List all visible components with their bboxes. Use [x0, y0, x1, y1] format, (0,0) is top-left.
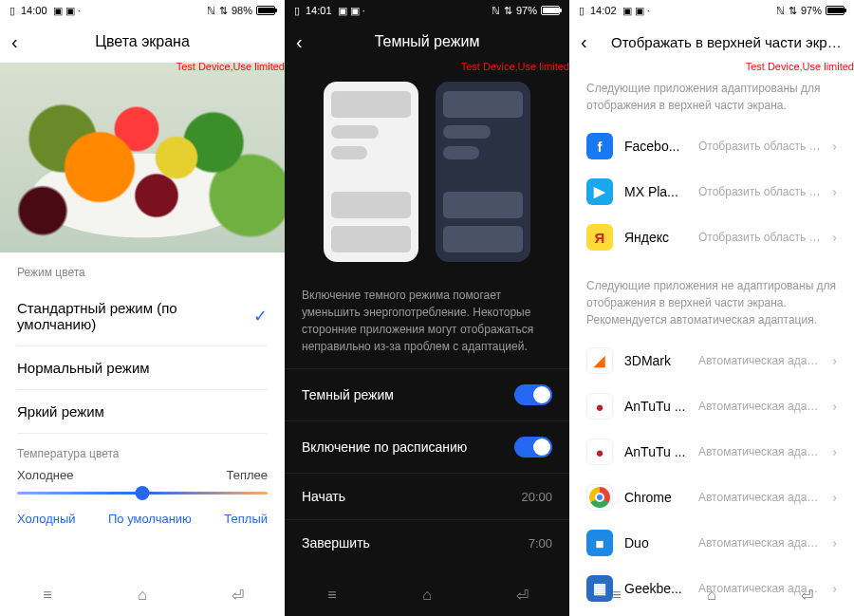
battery-icon: [541, 6, 560, 15]
preset-cold[interactable]: Холодный: [17, 512, 76, 526]
watermark: Test Device,Use limited: [176, 61, 285, 72]
header: ‹ Отображать в верхней части экра...: [569, 21, 854, 63]
slider-thumb[interactable]: [136, 486, 150, 500]
nav-bar: ≡ ⌂ ⏎: [569, 574, 854, 616]
toggle-schedule[interactable]: [514, 437, 552, 457]
preview-dark: [436, 82, 530, 262]
app-name: MX Pla...: [624, 184, 687, 199]
app-icon: ◢: [586, 347, 613, 374]
status-time: 14:01: [306, 5, 332, 16]
app-row[interactable]: ■DuoАвтоматическая адаптация›: [569, 520, 854, 566]
mode-normal[interactable]: Нормальный режим: [0, 346, 285, 389]
section-color-temp: Температура цвета: [0, 434, 285, 468]
toggle-dark-mode[interactable]: [514, 384, 552, 405]
panel-dark-mode: ▯ 14:01 ▣ ▣ · ℕ ⇅ 97% ‹ Темный режим Tes…: [285, 0, 569, 616]
app-row[interactable]: ChromeАвтоматическая адаптация›: [569, 475, 854, 520]
app-name: Duo: [624, 535, 687, 551]
panel-notch-display: ▯ 14:02 ▣ ▣ · ℕ ⇅ 97% ‹ Отображать в вер…: [569, 0, 854, 616]
app-setting-value: Отобразить область выступа: [698, 140, 821, 153]
chevron-right-icon: ›: [832, 399, 837, 414]
app-setting-value: Автоматическая адаптация: [698, 536, 821, 550]
nav-bar: ≡ ⌂ ⏎: [0, 574, 285, 616]
sim-icon: ▯: [9, 5, 15, 17]
preset-default[interactable]: По умолчанию: [108, 512, 192, 526]
wifi-icon: ⇅: [504, 5, 512, 17]
app-setting-value: Автоматическая адаптация: [698, 354, 821, 367]
app-name: Facebo...: [624, 139, 687, 154]
nav-home-icon[interactable]: ⌂: [132, 587, 153, 604]
battery-icon: [826, 6, 845, 15]
back-button[interactable]: ‹: [296, 31, 319, 53]
dark-mode-description: Включение темного режима помогает уменьш…: [285, 287, 569, 368]
watermark: Test Device,Use limited: [746, 61, 854, 72]
nav-bar: ≡ ⌂ ⏎: [285, 574, 569, 616]
nav-menu-icon[interactable]: ≡: [37, 587, 58, 604]
app-icon: Я: [586, 224, 613, 251]
color-preview-image: [0, 63, 285, 252]
row-dark-mode[interactable]: Темный режим: [285, 368, 569, 420]
chevron-right-icon: ›: [832, 184, 837, 199]
wifi-icon: ⇅: [219, 5, 228, 17]
app-icon: ■: [586, 530, 613, 556]
preset-warm[interactable]: Теплый: [224, 512, 268, 526]
status-time: 14:00: [21, 5, 47, 16]
nav-back-icon[interactable]: ⏎: [796, 587, 817, 604]
row-end-time[interactable]: Завершить 7:00: [285, 519, 569, 566]
nav-back-icon[interactable]: ⏎: [227, 587, 248, 604]
back-button[interactable]: ‹: [581, 31, 603, 53]
chevron-right-icon: ›: [832, 444, 837, 459]
dark-mode-preview: [285, 63, 569, 287]
app-icon: [586, 484, 613, 511]
app-row[interactable]: ЯЯндексОтобразить область выступа›: [569, 215, 854, 260]
temp-labels: Холоднее Теплее: [0, 468, 285, 482]
mode-bright[interactable]: Яркий режим: [0, 390, 285, 433]
app-name: AnTuTu ...: [624, 399, 687, 414]
battery-pct: 97%: [801, 5, 822, 16]
chevron-right-icon: ›: [832, 353, 837, 368]
chevron-right-icon: ›: [832, 139, 837, 154]
app-name: Яндекс: [624, 230, 687, 245]
chevron-right-icon: ›: [832, 490, 837, 505]
status-icons-left: ▣ ▣ ·: [53, 5, 81, 17]
app-setting-value: Отобразить область выступа: [698, 185, 821, 198]
app-icon: f: [586, 133, 613, 159]
app-row[interactable]: ◢3DMarkАвтоматическая адаптация›: [569, 338, 854, 383]
chevron-right-icon: ›: [832, 535, 837, 551]
app-row[interactable]: ▶MX Pla...Отобразить область выступа›: [569, 169, 854, 215]
back-button[interactable]: ‹: [11, 31, 34, 53]
row-start-time[interactable]: Начать 20:00: [285, 473, 569, 519]
app-icon: ●: [586, 439, 613, 465]
watermark: Test Device,Use limited: [461, 61, 569, 72]
app-row[interactable]: ●AnTuTu ...Автоматическая адаптация›: [569, 383, 854, 429]
app-name: AnTuTu ...: [624, 444, 687, 459]
status-time: 14:02: [590, 5, 617, 16]
app-setting-value: Автоматическая адаптация: [698, 491, 821, 504]
status-bar: ▯ 14:00 ▣ ▣ · ℕ ⇅ 98%: [0, 0, 285, 21]
app-setting-value: Автоматическая адаптация: [698, 445, 821, 458]
battery-pct: 97%: [516, 5, 537, 16]
nfc-icon: ℕ: [207, 5, 215, 17]
unadapted-apps-description: Следующие приложения не адаптированы для…: [569, 260, 854, 338]
header: ‹ Темный режим: [285, 21, 569, 63]
chevron-right-icon: ›: [832, 230, 837, 245]
nfc-icon: ℕ: [492, 5, 500, 17]
battery-pct: 98%: [232, 5, 252, 16]
app-row[interactable]: ●AnTuTu ...Автоматическая адаптация›: [569, 429, 854, 475]
header: ‹ Цвета экрана: [0, 21, 285, 63]
battery-icon: [256, 6, 275, 15]
nav-menu-icon[interactable]: ≡: [322, 587, 343, 604]
page-title: Отображать в верхней части экра...: [603, 34, 843, 50]
color-temp-slider[interactable]: [17, 492, 268, 495]
app-row[interactable]: fFacebo...Отобразить область выступа›: [569, 123, 854, 169]
panel-screen-colors: ▯ 14:00 ▣ ▣ · ℕ ⇅ 98% ‹ Цвета экрана Tes…: [0, 0, 285, 616]
app-name: Chrome: [624, 490, 687, 505]
nav-menu-icon[interactable]: ≡: [606, 587, 627, 604]
app-icon: ●: [586, 393, 613, 420]
nav-back-icon[interactable]: ⏎: [511, 587, 532, 604]
nav-home-icon[interactable]: ⌂: [701, 587, 722, 604]
nfc-icon: ℕ: [776, 5, 785, 17]
mode-standard[interactable]: Стандартный режим (по умолчанию) ✓: [0, 287, 285, 345]
nav-home-icon[interactable]: ⌂: [417, 587, 437, 604]
check-icon: ✓: [253, 306, 268, 327]
row-schedule[interactable]: Включение по расписанию: [285, 420, 569, 473]
